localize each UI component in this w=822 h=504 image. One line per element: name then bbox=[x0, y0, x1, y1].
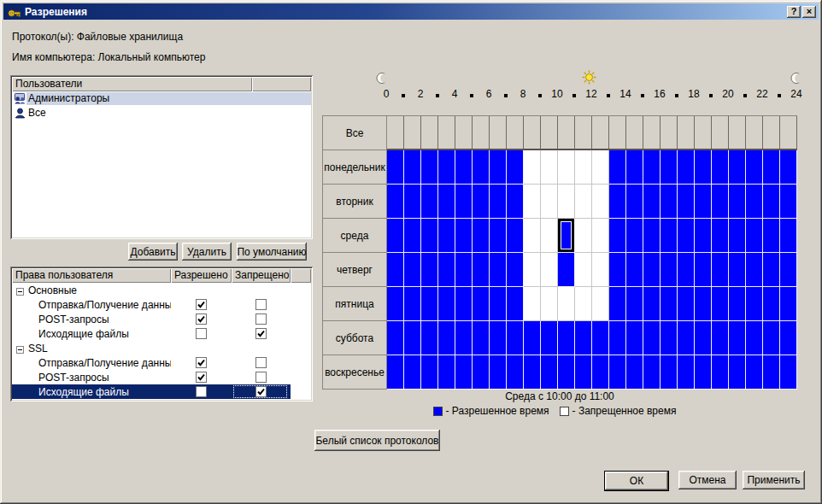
schedule-cell[interactable] bbox=[490, 355, 507, 390]
schedule-cell[interactable] bbox=[763, 287, 780, 321]
schedule-cell[interactable] bbox=[592, 287, 609, 321]
schedule-cell[interactable] bbox=[387, 185, 404, 219]
schedule-cell[interactable] bbox=[507, 253, 524, 287]
schedule-cell[interactable] bbox=[643, 253, 661, 287]
denied-checkbox[interactable] bbox=[255, 357, 267, 368]
schedule-cell[interactable] bbox=[438, 219, 455, 253]
day-label[interactable]: среда bbox=[323, 219, 387, 253]
day-label[interactable]: суббота bbox=[323, 321, 387, 355]
schedule-cell[interactable] bbox=[626, 253, 643, 287]
schedule-cell[interactable] bbox=[763, 355, 780, 390]
schedule-cell[interactable] bbox=[558, 355, 575, 390]
schedule-cell[interactable] bbox=[524, 150, 541, 185]
schedule-cell[interactable] bbox=[695, 321, 712, 355]
user-item[interactable]: Все bbox=[12, 106, 311, 120]
schedule-cell[interactable] bbox=[746, 321, 763, 355]
schedule-cell[interactable] bbox=[490, 150, 507, 185]
schedule-cell[interactable] bbox=[473, 287, 490, 321]
schedule-cell[interactable] bbox=[695, 219, 712, 253]
add-user-button[interactable]: Добавить bbox=[128, 243, 178, 261]
schedule-cell[interactable] bbox=[712, 219, 729, 253]
schedule-cell[interactable] bbox=[609, 219, 626, 253]
allowed-checkbox[interactable] bbox=[196, 328, 207, 339]
schedule-cell[interactable] bbox=[643, 287, 661, 321]
schedule-cell[interactable] bbox=[643, 219, 661, 253]
close-button[interactable]: × bbox=[802, 6, 816, 18]
schedule-cell[interactable] bbox=[507, 150, 524, 185]
all-rows-label[interactable]: Все bbox=[323, 116, 387, 150]
schedule-cell[interactable] bbox=[541, 150, 558, 185]
schedule-cell[interactable] bbox=[695, 253, 712, 287]
hour-column-header-cell[interactable] bbox=[780, 116, 797, 150]
schedule-cell[interactable] bbox=[438, 253, 455, 287]
rights-column-header[interactable]: Права пользователя bbox=[12, 268, 171, 283]
schedule-cell[interactable] bbox=[661, 355, 678, 390]
schedule-cell[interactable] bbox=[473, 185, 490, 219]
schedule-cell[interactable] bbox=[763, 321, 780, 355]
schedule-cell[interactable] bbox=[455, 185, 473, 219]
collapse-expander-icon[interactable] bbox=[16, 344, 24, 352]
hour-column-header-cell[interactable] bbox=[592, 116, 609, 150]
schedule-cell[interactable] bbox=[661, 321, 678, 355]
hour-column-header-cell[interactable] bbox=[763, 116, 780, 150]
schedule-cell[interactable] bbox=[695, 355, 712, 390]
schedule-cell[interactable] bbox=[490, 185, 507, 219]
schedule-cell[interactable] bbox=[455, 355, 473, 390]
schedule-cell[interactable] bbox=[455, 150, 473, 185]
denied-checkbox[interactable] bbox=[255, 328, 267, 339]
hour-column-header-cell[interactable] bbox=[524, 116, 541, 150]
rights-row[interactable]: POST-запросы bbox=[12, 370, 311, 384]
hour-column-header-cell[interactable] bbox=[695, 116, 712, 150]
schedule-cell[interactable] bbox=[678, 355, 695, 390]
schedule-cell[interactable] bbox=[541, 219, 558, 253]
schedule-cell[interactable] bbox=[661, 253, 678, 287]
schedule-cell[interactable] bbox=[712, 253, 729, 287]
schedule-cell[interactable] bbox=[473, 219, 490, 253]
schedule-cell[interactable] bbox=[729, 150, 746, 185]
schedule-cell[interactable] bbox=[404, 185, 421, 219]
schedule-cell[interactable] bbox=[746, 355, 763, 390]
rights-row[interactable]: Исходящие файлы bbox=[12, 384, 311, 399]
schedule-cell[interactable] bbox=[695, 185, 712, 219]
schedule-cell[interactable] bbox=[541, 185, 558, 219]
schedule-cell[interactable] bbox=[729, 287, 746, 321]
schedule-cell[interactable] bbox=[746, 287, 763, 321]
schedule-cell[interactable] bbox=[729, 219, 746, 253]
schedule-cell[interactable] bbox=[473, 253, 490, 287]
schedule-cell[interactable] bbox=[490, 253, 507, 287]
schedule-cell[interactable] bbox=[609, 185, 626, 219]
day-label[interactable]: вторник bbox=[323, 185, 387, 219]
schedule-cell[interactable] bbox=[592, 321, 609, 355]
schedule-cell[interactable] bbox=[643, 150, 661, 185]
schedule-cell[interactable] bbox=[455, 219, 473, 253]
schedule-cell[interactable] bbox=[438, 355, 455, 390]
schedule-cell[interactable] bbox=[575, 150, 592, 185]
rights-row[interactable]: SSL bbox=[12, 341, 311, 355]
schedule-cell[interactable] bbox=[404, 355, 421, 390]
schedule-cell[interactable] bbox=[524, 321, 541, 355]
schedule-cell[interactable] bbox=[524, 287, 541, 321]
schedule-cell[interactable] bbox=[780, 253, 797, 287]
schedule-cell[interactable] bbox=[661, 287, 678, 321]
default-button[interactable]: По умолчанию bbox=[237, 243, 307, 261]
schedule-cell[interactable] bbox=[746, 253, 763, 287]
schedule-cell[interactable] bbox=[661, 219, 678, 253]
schedule-cell[interactable] bbox=[558, 287, 575, 321]
schedule-cell[interactable] bbox=[473, 355, 490, 390]
schedule-cell[interactable] bbox=[473, 321, 490, 355]
schedule-cell[interactable] bbox=[763, 219, 780, 253]
remove-user-button[interactable]: Удалить bbox=[182, 243, 232, 261]
protocol-whitelist-button[interactable]: Белый список протоколов bbox=[314, 430, 440, 451]
hour-column-header-cell[interactable] bbox=[490, 116, 507, 150]
schedule-cell[interactable] bbox=[592, 355, 609, 390]
schedule-cell[interactable] bbox=[575, 355, 592, 390]
schedule-cell[interactable] bbox=[541, 287, 558, 321]
rights-row[interactable]: Исходящие файлы bbox=[12, 326, 311, 341]
schedule-cell[interactable] bbox=[678, 321, 695, 355]
schedule-cell[interactable] bbox=[421, 219, 438, 253]
schedule-cell[interactable] bbox=[404, 219, 421, 253]
schedule-cell[interactable] bbox=[609, 355, 626, 390]
schedule-cell[interactable] bbox=[609, 150, 626, 185]
schedule-cell[interactable] bbox=[558, 321, 575, 355]
schedule-cell[interactable] bbox=[438, 185, 455, 219]
